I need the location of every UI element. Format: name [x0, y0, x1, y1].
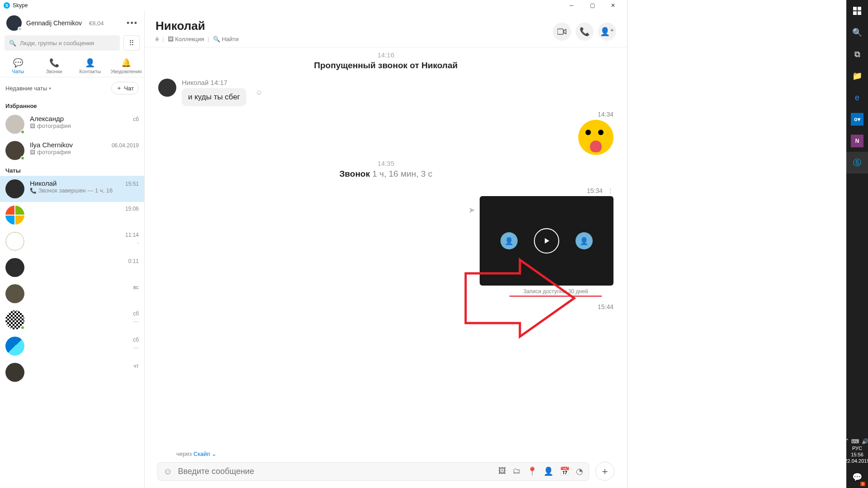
- action-center-icon[interactable]: 💬5: [846, 466, 868, 488]
- system-time: 14:16: [158, 51, 613, 59]
- self-name: Gennadij Chernikov: [26, 19, 82, 27]
- dialpad-button[interactable]: ⠿: [123, 35, 140, 51]
- photo-icon: 🖼: [30, 149, 35, 155]
- chat-item-active[interactable]: Николай15:51 📞Звонок завершен — 1 ч, 16: [0, 176, 144, 202]
- avatar: [5, 258, 24, 277]
- tab-calls[interactable]: 📞Звонки: [36, 54, 72, 77]
- call-summary: Звонок 1 ч, 16 мин, 3 с: [158, 169, 613, 179]
- clock-time[interactable]: 15:56: [851, 452, 863, 457]
- translate-button[interactable]: ё: [156, 36, 159, 42]
- recent-header[interactable]: Недавние чаты▾ ＋Чат: [0, 77, 144, 99]
- wink-tongue-emoji[interactable]: [578, 120, 613, 155]
- avatar: [5, 115, 24, 134]
- skype-taskbar-icon[interactable]: Ⓢ: [846, 152, 868, 174]
- chat-header: Николай ё| 🖼 Коллекция| 🔍 Найти 📞 👤⁺: [145, 11, 627, 47]
- skype-window: S Skype ─ ▢ ✕ Gennadij Chernikov €8,04 •…: [0, 0, 627, 488]
- tray-expand-icon[interactable]: ˄: [846, 438, 849, 445]
- composer-row: ☺ 🖼 🗂 📍 👤 📅 ◔ ＋: [145, 457, 627, 488]
- play-icon[interactable]: [534, 228, 559, 253]
- system-tray[interactable]: ˄⌨🔊 РУС 15:56 22.04.2019: [846, 436, 868, 466]
- search-icon: 🔍: [9, 40, 16, 47]
- avatar: [5, 363, 24, 382]
- self-avatar: [6, 15, 22, 31]
- minimize-button[interactable]: ─: [561, 0, 582, 11]
- avatar: [158, 79, 176, 97]
- chat-item[interactable]: сб…: [0, 307, 144, 333]
- explorer-icon[interactable]: 📁: [846, 65, 868, 87]
- message-menu-icon[interactable]: ⋮: [607, 187, 613, 194]
- tab-notifications[interactable]: 🔔Уведомления: [108, 54, 144, 77]
- search-button[interactable]: 🔍: [846, 22, 868, 43]
- edge-icon[interactable]: e: [846, 87, 868, 108]
- task-view-button[interactable]: ⧉: [846, 43, 868, 65]
- add-participant-button[interactable]: 👤⁺: [598, 23, 616, 41]
- avatar: [5, 337, 24, 356]
- search-input[interactable]: 🔍 Люди, группы и сообщения: [5, 35, 120, 51]
- skype-logo-icon: S: [4, 2, 10, 9]
- video-call-button[interactable]: [553, 23, 571, 41]
- chat-item[interactable]: 0:11: [0, 254, 144, 281]
- nav-tabs: 💬Чаты 📞Звонки 👤Контакты 🔔Уведомления: [0, 54, 144, 77]
- chat-item[interactable]: 11:14.: [0, 228, 144, 254]
- fav-item[interactable]: Ilya Chernikov06.04.2019 🖼фотография: [0, 137, 144, 164]
- via-link[interactable]: Скайп: [193, 450, 210, 457]
- keyboard-icon[interactable]: ⌨: [851, 438, 859, 445]
- favorites-label: Избранное: [0, 99, 144, 111]
- chat-title: Николай: [156, 19, 553, 33]
- svg-rect-0: [557, 29, 563, 34]
- incoming-message: Николай 14:17 и куды ты сбег ☺: [158, 79, 613, 106]
- svg-rect-1: [853, 7, 857, 10]
- emoji-picker-icon[interactable]: ☺: [163, 466, 172, 477]
- profile-header[interactable]: Gennadij Chernikov €8,04 •••: [0, 11, 144, 35]
- svg-rect-2: [858, 7, 861, 10]
- language-indicator[interactable]: РУС: [852, 446, 862, 451]
- schedule-icon[interactable]: 📅: [560, 466, 570, 476]
- system-time: 14:35: [158, 160, 613, 167]
- avatar: [5, 284, 24, 303]
- onenote-icon[interactable]: N: [851, 135, 863, 147]
- sidebar: Gennadij Chernikov €8,04 ••• 🔍 Люди, гру…: [0, 11, 145, 488]
- conversation-pane: Николай ё| 🖼 Коллекция| 🔍 Найти 📞 👤⁺ 14:…: [145, 11, 627, 488]
- missed-call-message: Пропущенный звонок от Николай: [158, 61, 613, 70]
- message-time: 14:34: [598, 111, 613, 118]
- outlook-icon[interactable]: o▾: [851, 113, 863, 126]
- gallery-button[interactable]: 🖼 Коллекция: [168, 36, 204, 42]
- svg-rect-3: [853, 11, 857, 15]
- tab-contacts[interactable]: 👤Контакты: [72, 54, 108, 77]
- fav-item[interactable]: Александрсб 🖼фотография: [0, 111, 144, 137]
- audio-call-button[interactable]: 📞: [576, 23, 594, 41]
- messages-area[interactable]: 14:16 Пропущенный звонок от Николай Нико…: [145, 47, 627, 450]
- attach-image-icon[interactable]: 🖼: [498, 466, 506, 476]
- attach-file-icon[interactable]: 🗂: [513, 466, 521, 476]
- poll-icon[interactable]: ◔: [576, 466, 583, 476]
- avatar: [5, 179, 24, 198]
- clock-date[interactable]: 22.04.2019: [844, 458, 868, 464]
- find-button[interactable]: 🔍 Найти: [213, 36, 239, 42]
- tab-chats[interactable]: 💬Чаты: [0, 54, 36, 77]
- message-input[interactable]: [178, 467, 493, 476]
- forward-icon[interactable]: ➤: [468, 205, 475, 215]
- contact-card-icon[interactable]: 👤: [543, 466, 553, 476]
- create-button[interactable]: ＋: [595, 462, 614, 481]
- maximize-button[interactable]: ▢: [582, 0, 603, 11]
- react-icon[interactable]: ☺: [255, 89, 263, 97]
- new-chat-button[interactable]: ＋Чат: [111, 82, 139, 94]
- chat-item[interactable]: 15:06: [0, 202, 144, 228]
- chat-item[interactable]: чт: [0, 359, 144, 385]
- chat-icon: 💬: [13, 58, 23, 68]
- message-composer[interactable]: ☺ 🖼 🗂 📍 👤 📅 ◔: [157, 462, 589, 481]
- plus-icon: ＋: [116, 84, 122, 92]
- message-bubble[interactable]: и куды ты сбег: [182, 88, 246, 106]
- volume-icon[interactable]: 🔊: [862, 438, 868, 445]
- start-button[interactable]: [846, 0, 868, 22]
- via-label: через Скайп ⌄: [145, 450, 627, 457]
- chat-item[interactable]: сб…: [0, 333, 144, 359]
- outgoing-emoji: 14:34: [158, 111, 613, 155]
- bell-icon: 🔔: [121, 58, 131, 68]
- more-icon[interactable]: •••: [127, 19, 138, 28]
- avatar: [5, 232, 24, 251]
- chat-item[interactable]: вс: [0, 281, 144, 307]
- participant-avatar: 👤: [576, 232, 593, 249]
- close-button[interactable]: ✕: [603, 0, 623, 11]
- location-icon[interactable]: 📍: [527, 466, 537, 476]
